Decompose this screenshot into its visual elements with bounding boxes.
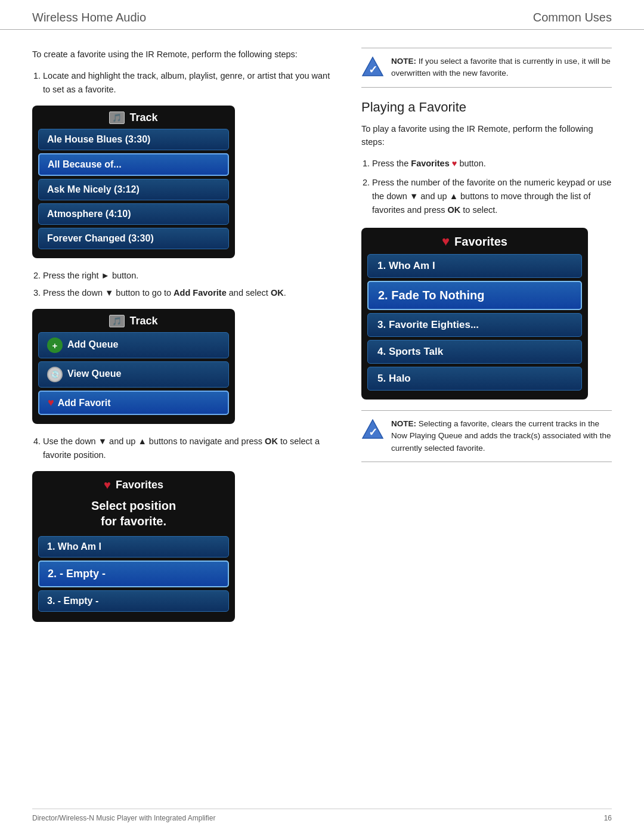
step-4-list: Use the down ▼ and up ▲ buttons to navig…	[32, 435, 338, 462]
note-1-text: NOTE: If you select a favorite that is c…	[391, 55, 612, 80]
track-icon: 🎵	[109, 112, 125, 124]
track-screen-1-title: 🎵 Track	[38, 112, 229, 124]
main-content: To create a favorite using the IR Remote…	[0, 30, 644, 645]
track-item-5: Forever Changed (3:30)	[38, 228, 229, 249]
right-intro: To play a favorite using the IR Remote, …	[361, 122, 612, 149]
fav-item-3: 3. Favorite Eighties...	[367, 313, 582, 337]
fav-item-1: 1. Who Am I	[367, 254, 582, 278]
fav-item-4: 4. Sports Talk	[367, 340, 582, 364]
note-2: ✓ NOTE: Selecting a favorite, clears the…	[361, 410, 612, 462]
fav-screen: ♥ Favorites 1. Who Am I 2. Fade To Nothi…	[361, 228, 588, 400]
heart-icon-step: ♥	[452, 159, 457, 168]
track-screen-2-title: 🎵 Track	[38, 315, 229, 327]
note-2-text: NOTE: Selecting a favorite, clears the c…	[391, 418, 612, 454]
heart-icon-fav: ♥	[104, 478, 111, 492]
fav-item-2: 2. Fade To Nothing	[367, 281, 582, 310]
steps-2-3: Press the right ► button. Press the down…	[32, 269, 338, 299]
section-heading: Playing a Favorite	[361, 100, 612, 115]
note-1-icon: ✓	[361, 55, 384, 78]
right-step-2: Press the number of the favorite on the …	[372, 176, 612, 218]
fav-select-title: ♥ Favorites	[38, 478, 229, 492]
track-item-2: All Because of...	[38, 153, 229, 176]
step-4: Use the down ▼ and up ▲ buttons to navig…	[43, 435, 338, 462]
left-column: To create a favorite using the IR Remote…	[32, 48, 338, 633]
queue-item-add: +Add Queue	[38, 332, 229, 358]
add-queue-icon: +	[47, 337, 63, 353]
fav-item-5: 5. Halo	[367, 367, 582, 391]
svg-text:✓: ✓	[369, 426, 377, 438]
queue-item-fav: ♥Add Favorit	[38, 391, 229, 415]
fav-pos-2: 2. - Empty -	[38, 561, 229, 587]
fav-select-screen: ♥ Favorites Select positionfor favorite.…	[32, 471, 235, 622]
header-left: Wireless Home Audio	[32, 11, 146, 24]
track-screen-2: 🎵 Track +Add Queue 💿View Queue ♥Add Favo…	[32, 309, 235, 424]
right-column: ✓ NOTE: If you select a favorite that is…	[361, 48, 612, 633]
track-item-4: Atmosphere (4:10)	[38, 203, 229, 225]
left-intro: To create a favorite using the IR Remote…	[32, 48, 338, 61]
track-icon-2: 🎵	[109, 315, 125, 327]
header: Wireless Home Audio Common Uses	[0, 0, 644, 30]
svg-text:✓: ✓	[369, 64, 377, 76]
note-2-icon: ✓	[361, 418, 384, 441]
fav-select-subtitle: Select positionfor favorite.	[38, 498, 229, 529]
fav-pos-1: 1. Who Am I	[38, 536, 229, 558]
footer: Director/Wireless-N Music Player with In…	[32, 809, 612, 822]
header-right: Common Uses	[533, 11, 612, 24]
page: Wireless Home Audio Common Uses To creat…	[0, 0, 644, 833]
right-step-1: Press the Favorites ♥ button.	[372, 157, 612, 171]
step-2: Press the right ► button.	[43, 269, 338, 282]
note-1: ✓ NOTE: If you select a favorite that is…	[361, 48, 612, 88]
track-item-1: Ale House Blues (3:30)	[38, 129, 229, 150]
heart-icon-add: ♥	[48, 397, 54, 408]
fav-screen-title: ♥ Favorites	[367, 234, 582, 249]
queue-item-view: 💿View Queue	[38, 361, 229, 388]
right-steps: Press the Favorites ♥ button. Press the …	[361, 157, 612, 217]
left-steps: Locate and highlight the track, album, p…	[32, 69, 338, 96]
footer-right: 16	[604, 814, 612, 822]
track-item-3: Ask Me Nicely (3:12)	[38, 179, 229, 200]
track-screen-1: 🎵 Track Ale House Blues (3:30) All Becau…	[32, 106, 235, 258]
cd-icon: 💿	[47, 367, 63, 382]
fav-pos-3: 3. - Empty -	[38, 590, 229, 612]
heart-icon-fav-screen: ♥	[442, 234, 450, 249]
step-3: Press the down ▼ button to go to Add Fav…	[43, 286, 338, 299]
footer-left: Director/Wireless-N Music Player with In…	[32, 814, 215, 822]
step-1: Locate and highlight the track, album, p…	[43, 69, 338, 96]
